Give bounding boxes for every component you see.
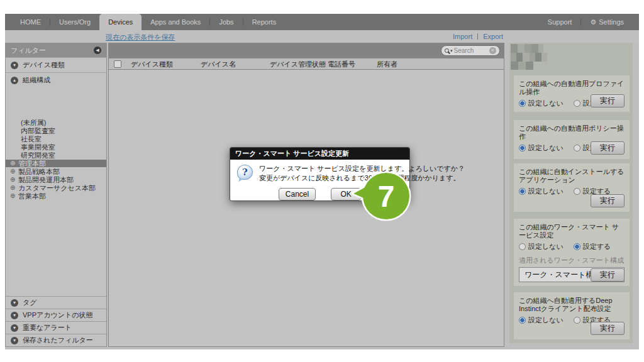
step-annotation-badge: 7 xyxy=(350,165,420,228)
question-icon: ? xyxy=(237,165,253,180)
screenshot-page: HOME Users/Org Devices Apps and Books Jo… xyxy=(0,0,644,362)
step-number: 7 xyxy=(378,180,395,213)
cancel-button[interactable]: Cancel xyxy=(279,188,316,200)
dialog-title: ワーク・スマート サービス設定更新 xyxy=(230,148,409,160)
